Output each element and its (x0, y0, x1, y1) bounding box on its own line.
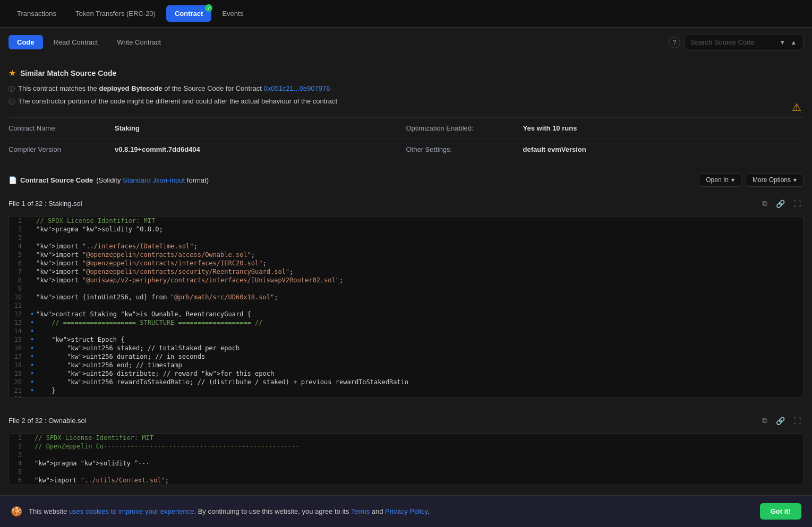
terms-link[interactable]: Terms (351, 507, 370, 515)
file-1-header: File 1 of 32 : Staking.sol ⧉ 🔗 ⛶ (8, 193, 804, 214)
line-dot: • (28, 352, 36, 361)
help-icon[interactable]: ? (669, 37, 680, 48)
detail-right-2: Other Settings: default evmVersion (406, 145, 804, 153)
info-icon-1: ⓘ (8, 85, 15, 94)
open-in-button[interactable]: Open In ▾ (699, 173, 741, 187)
line-dot (28, 459, 35, 468)
table-row: 21 • } (9, 386, 803, 395)
code-line: "kw">contract Staking "kw">is Ownable, R… (36, 310, 803, 318)
code-line (36, 284, 803, 293)
line-dot: • (28, 378, 36, 386)
sub-btn-code[interactable]: Code (8, 35, 43, 49)
file-icon: 📄 (8, 176, 17, 184)
tab-token-transfers[interactable]: Token Transfers (ERC-20) (67, 5, 164, 22)
line-dot (28, 301, 36, 310)
table-row: 10 "kw">import {intoUint256, ud} from "@… (9, 293, 803, 301)
code-line (36, 395, 803, 397)
line-dot (28, 259, 36, 267)
top-tab-bar: Transactions Token Transfers (ERC-20) Co… (0, 0, 812, 28)
table-row: 1 // SPDX-License-Identifier: MIT (9, 217, 803, 225)
file-1-copy-btn[interactable]: ⧉ (759, 197, 770, 210)
file-2-expand-btn[interactable]: ⛶ (791, 414, 804, 427)
line-number: 10 (9, 293, 28, 301)
star-icon: ★ (8, 68, 16, 78)
file-2-copy-btn[interactable]: ⧉ (759, 414, 770, 427)
table-row: 20 • "kw">uint256 rewardToStakedRatio; /… (9, 378, 803, 386)
table-row: 3 (9, 451, 803, 459)
sub-btn-read-contract[interactable]: Read Contract (45, 35, 107, 49)
tab-events[interactable]: Events (213, 5, 252, 22)
line-number: 13 (9, 318, 28, 327)
code-line: "kw">uint256 duration; // in seconds (36, 352, 803, 361)
code-line: "kw">import "@openzeppelin/contracts/sec… (36, 267, 803, 276)
line-dot (28, 276, 36, 284)
code-line: "kw">uint256 distribute; // reward "kw">… (36, 369, 803, 378)
file-2-link-btn[interactable]: 🔗 (773, 414, 788, 427)
file-1-expand-btn[interactable]: ⛶ (791, 197, 804, 210)
file-1-code-block: 1 // SPDX-License-Identifier: MIT 2 "kw"… (8, 216, 804, 398)
code-line: "kw">uint256 end; // timestamp (36, 361, 803, 369)
standard-json-input-link[interactable]: Standard Json-Input (123, 176, 185, 184)
table-row: 5 (9, 468, 803, 476)
detail-left-2: Compiler Version v0.8.19+commit.7dd6d404 (8, 145, 406, 153)
file-2-code-scroll[interactable]: 1 // SPDX-License-Identifier: MIT 2 // O… (9, 434, 803, 485)
file-1-link-btn[interactable]: 🔗 (773, 197, 788, 210)
table-row: 6 "kw">import "../utils/Context.sol"; (9, 476, 803, 485)
search-input[interactable] (690, 38, 775, 46)
line-number: 6 (9, 259, 28, 267)
line-dot (28, 234, 36, 242)
chevron-down-btn[interactable]: ▾ (779, 37, 787, 47)
code-line: "kw">struct Epoch { (36, 335, 803, 344)
code-line: "kw">uint256 staked; // totalStaked per … (36, 344, 803, 352)
table-row: 8 "kw">import "@uniswap/v2-periphery/con… (9, 276, 803, 284)
code-line (36, 301, 803, 310)
cookie-text: This website uses cookies to improve you… (29, 507, 754, 515)
detail-right-1: Optimization Enabled: Yes with 10 runs (406, 124, 804, 132)
line-number: 2 (9, 442, 28, 451)
line-dot (28, 468, 35, 476)
line-number: 12 (9, 310, 28, 318)
file-1-name: File 1 of 32 : Staking.sol (8, 200, 82, 208)
contract-link[interactable]: 0x051c21...0e907976 (263, 84, 330, 92)
line-number: 5 (9, 250, 28, 259)
chevron-up-btn[interactable]: ▴ (790, 37, 798, 47)
file-1-code-scroll[interactable]: 1 // SPDX-License-Identifier: MIT 2 "kw"… (9, 217, 803, 397)
code-line (35, 468, 803, 476)
code-line: "kw">import {intoUint256, ud} from "@prb… (36, 293, 803, 301)
code-line: "kw">import "../interfaces/IDateTime.sol… (36, 242, 803, 250)
line-dot: • (28, 327, 36, 335)
line-number: 9 (9, 284, 28, 293)
got-it-button[interactable]: Got it! (760, 503, 801, 520)
line-dot: • (28, 361, 36, 369)
code-line: "kw">uint256 rewardToStakedRatio; // (di… (36, 378, 803, 386)
table-row: 5 "kw">import "@openzeppelin/contracts/a… (9, 250, 803, 259)
code-line: // SPDX-License-Identifier: MIT (36, 217, 803, 225)
code-line: "kw">import "@openzeppelin/contracts/int… (36, 259, 803, 267)
similar-match-banner: ★ Similar Match Source Code (8, 68, 804, 78)
file-2-name: File 2 of 32 : Ownable.sol (8, 417, 87, 425)
line-dot (28, 217, 36, 225)
sub-btn-write-contract[interactable]: Write Contract (108, 35, 169, 49)
code-line: "kw">import "../utils/Context.sol"; (35, 476, 803, 485)
table-row: 3 (9, 234, 803, 242)
tab-contract[interactable]: Contract ✓ (166, 5, 211, 22)
line-number: 4 (9, 242, 28, 250)
table-row: 12 • "kw">contract Staking "kw">is Ownab… (9, 310, 803, 318)
table-row: 4 "kw">pragma "kw">solidity ^··· (9, 459, 803, 468)
line-number: 18 (9, 361, 28, 369)
table-row: 1 // SPDX-License-Identifier: MIT (9, 434, 803, 442)
table-row: 2 "kw">pragma "kw">solidity ^0.8.0; (9, 225, 803, 234)
chevron-down-icon: ▾ (731, 176, 734, 184)
line-number: 4 (9, 459, 28, 468)
cookie-usage-link[interactable]: uses cookies to improve your experience (69, 507, 194, 515)
chevron-down-icon-2: ▾ (793, 176, 797, 184)
source-section-header: 📄 Contract Source Code (Solidity Standar… (8, 173, 804, 187)
line-number: 11 (9, 301, 28, 310)
line-dot: • (28, 310, 36, 318)
detail-row-1: Contract Name: Staking Optimization Enab… (8, 118, 804, 139)
more-options-button[interactable]: More Options ▾ (746, 173, 804, 187)
code-line: "kw">pragma "kw">solidity ^··· (35, 459, 803, 468)
tab-transactions[interactable]: Transactions (8, 5, 65, 22)
privacy-policy-link[interactable]: Privacy Policy (385, 507, 428, 515)
table-row: 4 "kw">import "../interfaces/IDateTime.s… (9, 242, 803, 250)
